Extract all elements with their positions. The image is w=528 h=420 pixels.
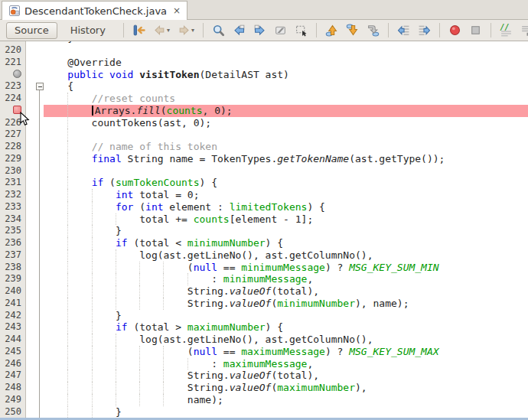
stop-macro-recording-button[interactable] [468, 22, 484, 38]
code-line[interactable]: 242 } [0, 310, 528, 322]
code-text[interactable] [44, 165, 528, 177]
code-line[interactable]: 224 //reset counts [0, 93, 528, 105]
code-text[interactable]: //reset counts [44, 93, 528, 105]
code-line[interactable]: 221 @Override [0, 57, 528, 69]
code-editor[interactable]: 219 }220221 @Override public void visitT… [0, 41, 528, 418]
code-text[interactable]: countTokens(ast, 0); [44, 117, 528, 129]
code-text[interactable]: int total = 0; [44, 189, 528, 201]
line-number[interactable]: 221 [0, 57, 26, 69]
code-text[interactable]: // name of this token [44, 141, 528, 153]
code-line[interactable]: 241 String.valueOf(minimumNumber), name)… [0, 298, 528, 310]
chevron-down-icon[interactable]: ▾ [191, 27, 194, 34]
line-number[interactable]: 246 [0, 358, 26, 370]
line-number[interactable]: 229 [0, 153, 26, 165]
uncomment-button[interactable] [519, 22, 528, 38]
code-line[interactable]: 232 int total = 0; [0, 189, 528, 201]
code-text[interactable]: : maximumMessage, [44, 358, 528, 370]
code-text[interactable]: String.valueOf(total), [44, 285, 528, 298]
code-text[interactable]: log(ast.getLineNo(), ast.getColumnNo(), [44, 249, 528, 262]
line-number[interactable]: 220 [0, 44, 26, 57]
code-text[interactable]: : minimumMessage, [44, 273, 528, 285]
code-text[interactable]: if (total < minimumNumber) { [44, 237, 528, 249]
start-macro-recording-button[interactable] [447, 22, 463, 38]
line-number[interactable]: 237 [0, 249, 26, 262]
chevron-down-icon[interactable]: ▾ [167, 27, 170, 34]
code-line[interactable]: 243 if (total > maximumNumber) { [0, 321, 528, 334]
line-number[interactable]: 223 [0, 80, 26, 93]
code-text[interactable] [44, 44, 528, 57]
code-text[interactable]: } [44, 310, 528, 322]
code-line[interactable]: 238 (null == minimumMessage) ? MSG_KEY_S… [0, 262, 528, 274]
line-number[interactable]: 244 [0, 334, 26, 346]
line-number[interactable]: 242 [0, 310, 26, 322]
close-icon[interactable]: × [173, 6, 181, 15]
code-line[interactable]: 249 name); [0, 394, 528, 406]
code-line[interactable]: 234 total += counts[element - 1]; [0, 213, 528, 226]
code-line[interactable]: 231 if (sumTokenCounts) { [0, 177, 528, 189]
line-number[interactable]: 231 [0, 177, 26, 189]
shift-line-right-button[interactable] [416, 22, 432, 38]
code-line[interactable]: 229 final String name = TokenTypes.getTo… [0, 153, 528, 165]
line-number[interactable]: 245 [0, 346, 26, 358]
previous-bookmark-button[interactable] [324, 22, 340, 38]
code-line[interactable]: 250 } [0, 406, 528, 418]
code-line[interactable]: 239 : minimumMessage, [0, 273, 528, 285]
code-text[interactable]: } [44, 406, 528, 418]
code-text[interactable]: Arrays.fill(counts, 0); [44, 105, 528, 117]
code-line[interactable]: 226 countTokens(ast, 0); [0, 117, 528, 129]
line-number[interactable]: 239 [0, 273, 26, 285]
line-number[interactable]: 227 [0, 129, 26, 141]
toggle-highlight-search-button[interactable] [272, 22, 288, 38]
code-text[interactable]: String.valueOf(total), [44, 370, 528, 382]
code-line[interactable]: 230 [0, 165, 528, 177]
code-line[interactable]: 236 if (total < minimumNumber) { [0, 237, 528, 249]
code-line[interactable]: 223 { [0, 80, 528, 93]
code-line[interactable]: 240 String.valueOf(total), [0, 285, 528, 298]
code-line[interactable]: 233 for (int element : limitedTokens) { [0, 201, 528, 213]
code-text[interactable]: String.valueOf(minimumNumber), name); [44, 298, 528, 310]
find-next-button[interactable] [252, 22, 268, 38]
code-line[interactable]: 237 log(ast.getLineNo(), ast.getColumnNo… [0, 249, 528, 262]
line-number[interactable]: 228 [0, 141, 26, 153]
code-text[interactable]: log(ast.getLineNo(), ast.getColumnNo(), [44, 334, 528, 346]
code-line[interactable]: public void visitToken(DetailAST ast) [0, 69, 528, 81]
code-text[interactable]: { [44, 80, 528, 93]
code-text[interactable] [44, 129, 528, 141]
code-text[interactable]: @Override [44, 57, 528, 69]
find-selection-button[interactable] [210, 22, 227, 38]
last-edit-location-button[interactable] [131, 22, 147, 38]
code-text[interactable]: (null == minimumMessage) ? MSG_KEY_SUM_M… [44, 262, 528, 274]
line-number[interactable]: 236 [0, 237, 26, 249]
line-number[interactable]: 233 [0, 201, 26, 213]
code-text[interactable]: String.valueOf(maximumNumber), [44, 382, 528, 394]
code-line[interactable]: 227 [0, 129, 528, 141]
line-number[interactable]: 243 [0, 321, 26, 334]
tab-descendant-token-check[interactable]: DescendantTokenCheck.java × [2, 1, 187, 20]
code-line[interactable]: Arrays.fill(counts, 0); [0, 105, 528, 117]
line-number[interactable]: 230 [0, 165, 26, 177]
fold-toggle[interactable] [36, 83, 44, 90]
line-number[interactable]: 238 [0, 262, 26, 274]
line-number[interactable]: 249 [0, 394, 26, 406]
line-number[interactable]: 248 [0, 382, 26, 394]
navigate-forward-button[interactable]: ▾ [176, 22, 196, 38]
history-button[interactable]: History [62, 22, 114, 39]
line-number[interactable]: 250 [0, 406, 26, 418]
comment-button[interactable]: // [498, 22, 514, 38]
find-previous-button[interactable] [231, 22, 247, 38]
code-text[interactable]: } [44, 225, 528, 237]
line-number[interactable]: 232 [0, 189, 26, 201]
line-number[interactable]: 240 [0, 285, 26, 298]
code-line[interactable]: 245 (null == maximumMessage) ? MSG_KEY_S… [0, 346, 528, 358]
code-text[interactable]: if (sumTokenCounts) { [44, 177, 528, 189]
code-line[interactable]: 247 String.valueOf(total), [0, 370, 528, 382]
code-text[interactable]: if (total > maximumNumber) { [44, 321, 528, 334]
code-line[interactable]: 235 } [0, 225, 528, 237]
line-number[interactable]: 224 [0, 93, 26, 105]
code-line[interactable]: 248 String.valueOf(maximumNumber), [0, 382, 528, 394]
toggle-bookmark-button[interactable] [365, 22, 381, 38]
toggle-rectangular-selection-button[interactable] [293, 22, 309, 38]
disabled-breakpoint-glyph[interactable] [0, 69, 26, 81]
shift-line-left-button[interactable] [396, 22, 412, 38]
code-text[interactable]: public void visitToken(DetailAST ast) [44, 69, 528, 81]
